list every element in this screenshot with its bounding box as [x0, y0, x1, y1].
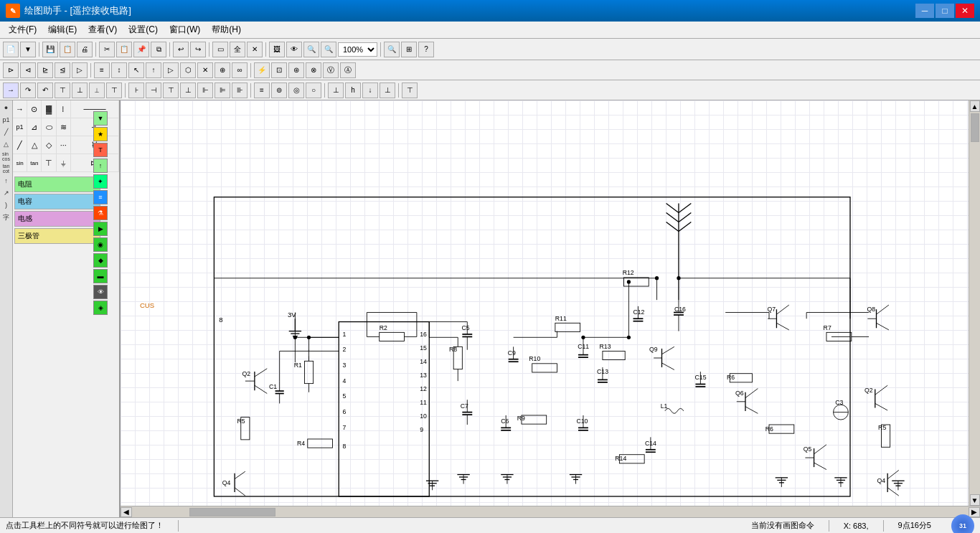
tb2-b17[interactable]: ⊛: [288, 62, 304, 78]
tb3-b23[interactable]: ⊤: [402, 82, 418, 98]
strip-icon-8[interactable]: ▶: [93, 222, 108, 236]
maximize-button[interactable]: □: [936, 4, 954, 18]
scroll-down-button[interactable]: ▼: [970, 494, 980, 506]
strip-icon-6[interactable]: ≡: [93, 190, 108, 204]
narrow-icon-arr[interactable]: ↑: [1, 175, 12, 187]
tb3-b15[interactable]: ≡: [254, 82, 270, 98]
strip-icon-12[interactable]: 👁: [93, 285, 108, 299]
narrow-icon-diag[interactable]: ↗: [1, 187, 12, 199]
scrollbar-thumb-v[interactable]: [971, 113, 979, 142]
tb3-b8[interactable]: ⊦: [128, 82, 144, 98]
vertical-scrollbar[interactable]: ▲ ▼: [969, 100, 980, 506]
copy-button[interactable]: 📋: [116, 42, 132, 57]
icon-ellipse[interactable]: ⬭: [42, 118, 56, 136]
strip-icon-7[interactable]: ⚗: [93, 206, 108, 220]
menu-view[interactable]: 查看(V): [83, 22, 123, 37]
tb3-b6[interactable]: ⟂: [89, 82, 105, 98]
strip-icon-11[interactable]: ▬: [93, 269, 108, 283]
tb3-b4[interactable]: ⊤: [55, 82, 70, 98]
tb3-b1[interactable]: →: [3, 82, 19, 98]
tb2-b7[interactable]: ↕: [111, 62, 127, 78]
tb3-b9[interactable]: ⊣: [146, 82, 161, 98]
strip-icon-5[interactable]: ✦: [93, 174, 108, 189]
tb2-b13[interactable]: ⊕: [215, 62, 230, 78]
tb3-b3[interactable]: ↶: [37, 82, 53, 98]
menu-settings[interactable]: 设置(C): [123, 22, 164, 37]
tb3-b12[interactable]: ⊩: [197, 82, 213, 98]
tb2-b16[interactable]: ⊡: [271, 62, 287, 78]
narrow-icon-2[interactable]: p1: [1, 114, 12, 126]
comp-cap[interactable]: 电容: [14, 194, 100, 209]
tb2-b14[interactable]: ∞: [232, 62, 248, 78]
tb2-b19[interactable]: Ⓥ: [323, 62, 339, 78]
tb2-b12[interactable]: ✕: [197, 62, 213, 78]
select-all-button[interactable]: 全: [230, 42, 245, 57]
help-btn[interactable]: ?: [418, 42, 434, 57]
narrow-icon-text[interactable]: 字: [1, 212, 12, 223]
scrollbar-thumb-h[interactable]: [189, 508, 275, 517]
icon-t-sym[interactable]: ⊤: [42, 154, 56, 171]
icon-circle-dot[interactable]: ⊙: [27, 100, 42, 118]
tb2-b2[interactable]: ⊲: [20, 62, 36, 78]
menu-edit[interactable]: 编辑(E): [42, 22, 83, 37]
new-button[interactable]: 📄: [3, 42, 19, 57]
find-button[interactable]: 🔍: [384, 42, 400, 57]
tb3-b2[interactable]: ↷: [20, 82, 36, 98]
tb3-b20[interactable]: h: [345, 82, 361, 98]
tb2-b20[interactable]: Ⓐ: [340, 62, 356, 78]
tb3-b14[interactable]: ⊪: [232, 82, 248, 98]
tb2-b9[interactable]: ↑: [146, 62, 161, 78]
tb2-b5[interactable]: ▷: [72, 62, 88, 78]
cut-button[interactable]: ✂: [99, 42, 115, 57]
icon-sincos[interactable]: sin: [13, 154, 27, 171]
tb2-b1[interactable]: ⊳: [3, 62, 19, 78]
minimize-button[interactable]: ─: [915, 4, 934, 18]
tb2-b4[interactable]: ⊴: [55, 62, 70, 78]
icon-angle[interactable]: ⊿: [27, 118, 42, 136]
narrow-icon-4[interactable]: △: [1, 138, 12, 150]
strip-icon-10[interactable]: ◆: [93, 253, 108, 268]
paste-button[interactable]: 📌: [133, 42, 149, 57]
strip-icon-3[interactable]: T: [93, 143, 108, 157]
tb3-b17[interactable]: ◎: [288, 82, 304, 98]
tb3-b18[interactable]: ○: [306, 82, 321, 98]
circuit-canvas-area[interactable]: 1 2 3 4 5 6 7 8 16 15 14 13 12: [121, 100, 969, 506]
tb2-b3[interactable]: ⊵: [37, 62, 53, 78]
icon-squigg[interactable]: ≋: [57, 118, 71, 136]
menu-file[interactable]: 文件(F): [3, 22, 42, 37]
icon-hatch[interactable]: ▓: [42, 100, 56, 118]
icon-arrow-right[interactable]: →: [13, 100, 27, 118]
strip-icon-9[interactable]: ◉: [93, 237, 108, 252]
menu-help[interactable]: 帮助(H): [206, 22, 247, 37]
scroll-left-button[interactable]: ◀: [121, 507, 132, 517]
tb3-b13[interactable]: ⊫: [215, 82, 230, 98]
tb3-b5[interactable]: ⊥: [72, 82, 88, 98]
tb2-b15[interactable]: ⚡: [254, 62, 270, 78]
icon-dotline[interactable]: ···: [57, 136, 71, 154]
close-button[interactable]: ✕: [956, 4, 974, 18]
strip-icon-4[interactable]: ↑: [93, 159, 108, 173]
icon-tanc[interactable]: tan: [27, 154, 42, 171]
narrow-icon-1[interactable]: ●: [1, 102, 12, 113]
icon-diag[interactable]: ╱: [13, 136, 27, 154]
strip-icon-2[interactable]: ★: [93, 127, 108, 141]
icon-ground[interactable]: ⏚: [57, 154, 71, 171]
tb3-b10[interactable]: ⊤: [163, 82, 179, 98]
menu-window[interactable]: 窗口(W): [164, 22, 206, 37]
zoom-out-button[interactable]: 🔍: [303, 42, 319, 57]
grid-button[interactable]: ⊞: [401, 42, 417, 57]
scroll-up-button[interactable]: ▲: [970, 100, 980, 112]
comp-ind[interactable]: 电感: [14, 211, 100, 227]
clone-button[interactable]: ⧉: [151, 42, 166, 57]
tb3-b22[interactable]: ⊥: [380, 82, 395, 98]
horizontal-scrollbar[interactable]: ◀ ▶: [121, 506, 980, 517]
strip-icon-1[interactable]: ▼: [93, 111, 108, 126]
view-button[interactable]: 👁: [286, 42, 302, 57]
save-all-button[interactable]: 📋: [60, 42, 75, 57]
tb2-b8[interactable]: ↖: [128, 62, 144, 78]
dropdown-btn[interactable]: ▼: [20, 42, 36, 57]
print-button[interactable]: 🖨: [77, 42, 93, 57]
narrow-icon-curve[interactable]: ): [1, 199, 12, 211]
zoom-in-button[interactable]: 🔍: [321, 42, 336, 57]
tb3-b11[interactable]: ⊥: [180, 82, 196, 98]
